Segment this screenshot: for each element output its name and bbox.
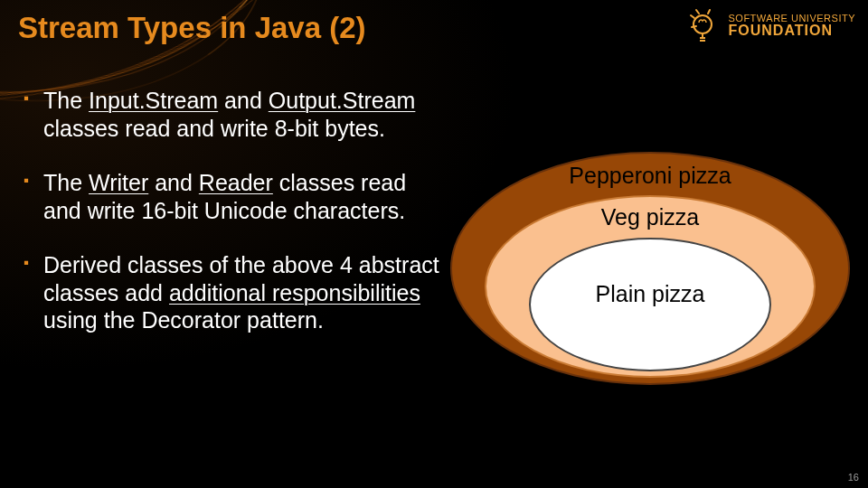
bullet-item: The Writer and Reader classes read and w… [24,169,448,224]
bullet-item: Derived classes of the above 4 abstract … [24,251,448,334]
text: using the Decorator pattern. [43,307,324,333]
diagram-inner-label: Plain pizza [596,283,705,413]
brand-line2: FOUNDATION [729,23,856,38]
brand-logo: SOFTWARE UNIVERSITY FOUNDATION [682,5,856,45]
bullet-list: The Input.Stream and Output.Stream class… [24,87,448,361]
text-underlined: Output.Stream [269,88,416,113]
text-underlined: Input.Stream [89,88,218,113]
lightbulb-icon [682,5,722,45]
text-underlined: Writer [89,170,148,195]
slide-title: Stream Types in Java (2) [18,11,366,45]
text: The [43,88,89,113]
pizza-decorator-diagram: Pepperoni pizza Veg pizza Plain pizza [450,152,846,381]
page-number: 16 [848,472,859,483]
brand-line1: SOFTWARE UNIVERSITY [729,14,856,23]
text: The [43,170,89,195]
text: classes read and write 8-bit bytes. [43,116,385,141]
text-underlined: additional responsibilities [169,280,420,305]
bullet-item: The Input.Stream and Output.Stream class… [24,87,448,142]
text: and [148,170,199,195]
diagram-inner-ellipse: Plain pizza [529,238,771,371]
slide: Stream Types in Java (2) SOFTWARE UNIVER… [0,0,868,488]
brand-text: SOFTWARE UNIVERSITY FOUNDATION [729,14,856,38]
text-underlined: Reader [199,170,273,195]
text: and [218,88,269,113]
svg-point-0 [693,15,712,33]
